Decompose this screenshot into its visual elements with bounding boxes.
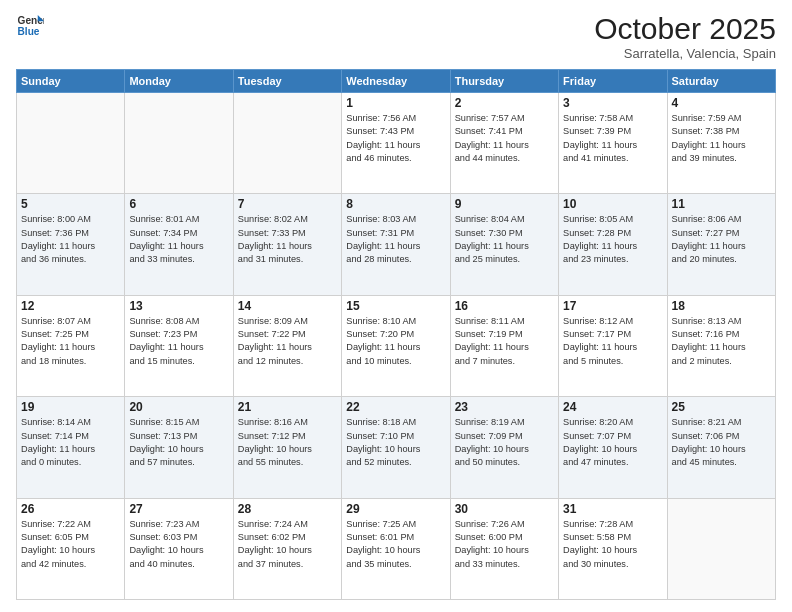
- calendar-cell: 9Sunrise: 8:04 AM Sunset: 7:30 PM Daylig…: [450, 194, 558, 295]
- day-info: Sunrise: 7:25 AM Sunset: 6:01 PM Dayligh…: [346, 518, 445, 571]
- calendar-cell: 8Sunrise: 8:03 AM Sunset: 7:31 PM Daylig…: [342, 194, 450, 295]
- calendar-cell: 31Sunrise: 7:28 AM Sunset: 5:58 PM Dayli…: [559, 498, 667, 599]
- day-info: Sunrise: 8:15 AM Sunset: 7:13 PM Dayligh…: [129, 416, 228, 469]
- calendar-cell: 22Sunrise: 8:18 AM Sunset: 7:10 PM Dayli…: [342, 397, 450, 498]
- day-header-monday: Monday: [125, 70, 233, 93]
- calendar-header-row: SundayMondayTuesdayWednesdayThursdayFrid…: [17, 70, 776, 93]
- location: Sarratella, Valencia, Spain: [594, 46, 776, 61]
- calendar-cell: 5Sunrise: 8:00 AM Sunset: 7:36 PM Daylig…: [17, 194, 125, 295]
- day-number: 27: [129, 502, 228, 516]
- calendar-cell: 1Sunrise: 7:56 AM Sunset: 7:43 PM Daylig…: [342, 93, 450, 194]
- day-number: 3: [563, 96, 662, 110]
- day-info: Sunrise: 8:09 AM Sunset: 7:22 PM Dayligh…: [238, 315, 337, 368]
- day-number: 1: [346, 96, 445, 110]
- day-info: Sunrise: 8:06 AM Sunset: 7:27 PM Dayligh…: [672, 213, 771, 266]
- day-number: 30: [455, 502, 554, 516]
- calendar-cell: 27Sunrise: 7:23 AM Sunset: 6:03 PM Dayli…: [125, 498, 233, 599]
- day-number: 9: [455, 197, 554, 211]
- day-number: 10: [563, 197, 662, 211]
- day-info: Sunrise: 8:12 AM Sunset: 7:17 PM Dayligh…: [563, 315, 662, 368]
- calendar-cell: 14Sunrise: 8:09 AM Sunset: 7:22 PM Dayli…: [233, 295, 341, 396]
- calendar-cell: 6Sunrise: 8:01 AM Sunset: 7:34 PM Daylig…: [125, 194, 233, 295]
- calendar-week-row: 5Sunrise: 8:00 AM Sunset: 7:36 PM Daylig…: [17, 194, 776, 295]
- day-number: 23: [455, 400, 554, 414]
- day-info: Sunrise: 8:00 AM Sunset: 7:36 PM Dayligh…: [21, 213, 120, 266]
- day-number: 12: [21, 299, 120, 313]
- day-info: Sunrise: 7:28 AM Sunset: 5:58 PM Dayligh…: [563, 518, 662, 571]
- day-info: Sunrise: 8:14 AM Sunset: 7:14 PM Dayligh…: [21, 416, 120, 469]
- calendar-cell: [233, 93, 341, 194]
- day-number: 16: [455, 299, 554, 313]
- day-info: Sunrise: 7:23 AM Sunset: 6:03 PM Dayligh…: [129, 518, 228, 571]
- calendar-cell: 21Sunrise: 8:16 AM Sunset: 7:12 PM Dayli…: [233, 397, 341, 498]
- day-number: 31: [563, 502, 662, 516]
- day-header-sunday: Sunday: [17, 70, 125, 93]
- month-title: October 2025: [594, 12, 776, 46]
- calendar-cell: 20Sunrise: 8:15 AM Sunset: 7:13 PM Dayli…: [125, 397, 233, 498]
- day-number: 20: [129, 400, 228, 414]
- logo-icon: General Blue: [16, 12, 44, 40]
- day-info: Sunrise: 7:58 AM Sunset: 7:39 PM Dayligh…: [563, 112, 662, 165]
- day-number: 8: [346, 197, 445, 211]
- day-info: Sunrise: 8:05 AM Sunset: 7:28 PM Dayligh…: [563, 213, 662, 266]
- day-info: Sunrise: 8:19 AM Sunset: 7:09 PM Dayligh…: [455, 416, 554, 469]
- calendar-cell: 15Sunrise: 8:10 AM Sunset: 7:20 PM Dayli…: [342, 295, 450, 396]
- calendar-cell: 29Sunrise: 7:25 AM Sunset: 6:01 PM Dayli…: [342, 498, 450, 599]
- day-header-thursday: Thursday: [450, 70, 558, 93]
- day-number: 21: [238, 400, 337, 414]
- day-number: 17: [563, 299, 662, 313]
- day-header-saturday: Saturday: [667, 70, 775, 93]
- day-info: Sunrise: 8:03 AM Sunset: 7:31 PM Dayligh…: [346, 213, 445, 266]
- day-info: Sunrise: 8:18 AM Sunset: 7:10 PM Dayligh…: [346, 416, 445, 469]
- calendar-cell: 18Sunrise: 8:13 AM Sunset: 7:16 PM Dayli…: [667, 295, 775, 396]
- day-info: Sunrise: 8:10 AM Sunset: 7:20 PM Dayligh…: [346, 315, 445, 368]
- day-number: 22: [346, 400, 445, 414]
- day-info: Sunrise: 7:59 AM Sunset: 7:38 PM Dayligh…: [672, 112, 771, 165]
- day-info: Sunrise: 8:13 AM Sunset: 7:16 PM Dayligh…: [672, 315, 771, 368]
- day-header-friday: Friday: [559, 70, 667, 93]
- calendar-cell: 26Sunrise: 7:22 AM Sunset: 6:05 PM Dayli…: [17, 498, 125, 599]
- day-number: 29: [346, 502, 445, 516]
- day-info: Sunrise: 8:01 AM Sunset: 7:34 PM Dayligh…: [129, 213, 228, 266]
- day-info: Sunrise: 8:21 AM Sunset: 7:06 PM Dayligh…: [672, 416, 771, 469]
- calendar-cell: [125, 93, 233, 194]
- calendar-cell: 30Sunrise: 7:26 AM Sunset: 6:00 PM Dayli…: [450, 498, 558, 599]
- day-info: Sunrise: 8:08 AM Sunset: 7:23 PM Dayligh…: [129, 315, 228, 368]
- calendar-cell: 24Sunrise: 8:20 AM Sunset: 7:07 PM Dayli…: [559, 397, 667, 498]
- day-number: 13: [129, 299, 228, 313]
- day-number: 6: [129, 197, 228, 211]
- calendar-cell: 10Sunrise: 8:05 AM Sunset: 7:28 PM Dayli…: [559, 194, 667, 295]
- day-info: Sunrise: 7:57 AM Sunset: 7:41 PM Dayligh…: [455, 112, 554, 165]
- logo: General Blue: [16, 12, 44, 40]
- title-block: October 2025 Sarratella, Valencia, Spain: [594, 12, 776, 61]
- calendar-cell: [667, 498, 775, 599]
- calendar-cell: 25Sunrise: 8:21 AM Sunset: 7:06 PM Dayli…: [667, 397, 775, 498]
- calendar-week-row: 12Sunrise: 8:07 AM Sunset: 7:25 PM Dayli…: [17, 295, 776, 396]
- calendar-cell: 11Sunrise: 8:06 AM Sunset: 7:27 PM Dayli…: [667, 194, 775, 295]
- day-info: Sunrise: 7:24 AM Sunset: 6:02 PM Dayligh…: [238, 518, 337, 571]
- calendar-week-row: 26Sunrise: 7:22 AM Sunset: 6:05 PM Dayli…: [17, 498, 776, 599]
- calendar-cell: 19Sunrise: 8:14 AM Sunset: 7:14 PM Dayli…: [17, 397, 125, 498]
- calendar-cell: 28Sunrise: 7:24 AM Sunset: 6:02 PM Dayli…: [233, 498, 341, 599]
- calendar-cell: 7Sunrise: 8:02 AM Sunset: 7:33 PM Daylig…: [233, 194, 341, 295]
- calendar-cell: 4Sunrise: 7:59 AM Sunset: 7:38 PM Daylig…: [667, 93, 775, 194]
- day-number: 24: [563, 400, 662, 414]
- day-info: Sunrise: 7:26 AM Sunset: 6:00 PM Dayligh…: [455, 518, 554, 571]
- day-number: 19: [21, 400, 120, 414]
- day-info: Sunrise: 8:20 AM Sunset: 7:07 PM Dayligh…: [563, 416, 662, 469]
- day-number: 15: [346, 299, 445, 313]
- calendar-cell: 16Sunrise: 8:11 AM Sunset: 7:19 PM Dayli…: [450, 295, 558, 396]
- calendar-cell: 12Sunrise: 8:07 AM Sunset: 7:25 PM Dayli…: [17, 295, 125, 396]
- calendar-week-row: 19Sunrise: 8:14 AM Sunset: 7:14 PM Dayli…: [17, 397, 776, 498]
- day-number: 26: [21, 502, 120, 516]
- day-info: Sunrise: 7:22 AM Sunset: 6:05 PM Dayligh…: [21, 518, 120, 571]
- day-header-tuesday: Tuesday: [233, 70, 341, 93]
- day-number: 2: [455, 96, 554, 110]
- day-number: 5: [21, 197, 120, 211]
- header: General Blue October 2025 Sarratella, Va…: [16, 12, 776, 61]
- day-header-wednesday: Wednesday: [342, 70, 450, 93]
- calendar-cell: 23Sunrise: 8:19 AM Sunset: 7:09 PM Dayli…: [450, 397, 558, 498]
- day-info: Sunrise: 8:11 AM Sunset: 7:19 PM Dayligh…: [455, 315, 554, 368]
- calendar-cell: [17, 93, 125, 194]
- day-number: 25: [672, 400, 771, 414]
